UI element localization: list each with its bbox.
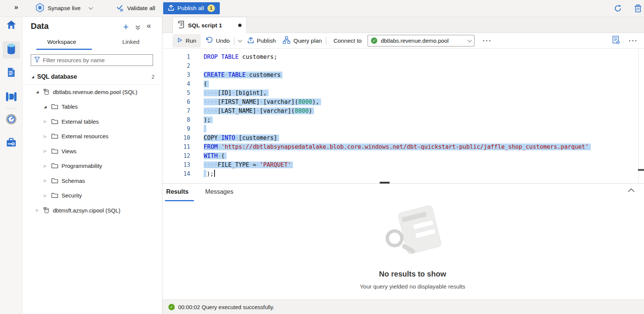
- editor-toolbar: Run Undo Publish Query plan Connect to ✓…: [162, 33, 644, 49]
- selected-text: (: [204, 81, 209, 87]
- publish-button[interactable]: Publish: [248, 37, 276, 45]
- pool-select-dropdown[interactable]: ✓ dbtlabs.revenue.demo.pool: [368, 35, 474, 46]
- nav-integrate-button[interactable]: [3, 89, 20, 106]
- tree-item-tables[interactable]: ◢Tables: [23, 99, 162, 114]
- tree-item-sql-database[interactable]: ◢SQL database2: [23, 70, 162, 85]
- code-line[interactable]: 14);: [162, 169, 644, 178]
- expand-menu-icon[interactable]: »: [14, 3, 18, 11]
- nav-home-button[interactable]: [3, 17, 20, 34]
- sql-script-icon: [178, 21, 184, 30]
- folder-icon: [51, 148, 58, 154]
- code-line[interactable]: 5····[ID]·[bigint],: [162, 88, 644, 97]
- code-line[interactable]: 2: [162, 61, 644, 70]
- editor-more-actions-icon[interactable]: ···: [629, 37, 638, 45]
- filter-resources-input[interactable]: [43, 57, 150, 63]
- selected-text: ····[LAST_NAME]·[varchar](8000): [204, 108, 314, 114]
- tab-messages[interactable]: Messages: [205, 188, 233, 195]
- nav-develop-button[interactable]: [3, 64, 20, 82]
- document-icon: [7, 67, 16, 79]
- editor-scrollbar[interactable]: [638, 49, 639, 183]
- active-tab-underline: [165, 200, 194, 201]
- chevron-collapsed-icon[interactable]: ▷: [44, 179, 50, 182]
- undo-label: Undo: [216, 37, 230, 44]
- code-line[interactable]: 9: [162, 124, 644, 133]
- environment-switcher[interactable]: Synapse live: [36, 0, 92, 16]
- run-button[interactable]: Run: [173, 34, 201, 48]
- upload-icon: [168, 4, 174, 12]
- tree-item-views[interactable]: ▷Views: [23, 144, 162, 159]
- filter-resources-box[interactable]: [31, 54, 153, 66]
- run-label: Run: [186, 37, 196, 44]
- left-nav-rail: [0, 17, 23, 314]
- undo-button[interactable]: Undo: [206, 37, 230, 45]
- validate-all-button[interactable]: Validate all: [116, 0, 155, 16]
- tab-workspace[interactable]: Workspace: [47, 39, 76, 45]
- query-plan-button[interactable]: Query plan: [283, 36, 322, 45]
- home-icon: [6, 20, 17, 31]
- chevron-collapsed-icon[interactable]: ▷: [44, 149, 50, 153]
- collapse-panel-icon[interactable]: «: [147, 21, 151, 30]
- empty-results-title: No results to show: [317, 270, 508, 278]
- tree-item-programmability[interactable]: ▷Programmability: [23, 158, 162, 173]
- editor-scrollbar-thumb[interactable]: [638, 169, 644, 171]
- line-number: 6: [162, 97, 190, 106]
- collapse-results-icon[interactable]: [627, 187, 635, 194]
- selected-text: FROM·'https://dbtlabsynapsedatalake.blob…: [204, 144, 591, 150]
- refresh-icon[interactable]: [614, 4, 622, 14]
- tree-item-dbtlabs-revenue-demo-pool-sql[interactable]: ◢dbtlabs.revenue.demo.pool (SQL): [23, 85, 162, 100]
- tree-item-label: Security: [62, 192, 82, 199]
- tab-sql-script-1[interactable]: SQL script 1: [173, 17, 247, 33]
- tree-item-schemas[interactable]: ▷Schemas: [23, 173, 162, 188]
- chevron-collapsed-icon[interactable]: ▷: [44, 194, 50, 197]
- double-chevron-down-icon[interactable]: [135, 25, 141, 32]
- tree-item-external-resources[interactable]: ▷External resources: [23, 129, 162, 144]
- toolbar-divider: [326, 37, 326, 45]
- code-line[interactable]: 11FROM·'https://dbtlabsynapsedatalake.bl…: [162, 142, 644, 151]
- active-tab-underline: [36, 49, 92, 50]
- chevron-collapsed-icon[interactable]: ▷: [36, 208, 42, 212]
- tree-item-dbtmsft-azsyn-cipool-sql[interactable]: ▷dbtmsft.azsyn.cipool (SQL): [23, 203, 162, 218]
- code-line[interactable]: 4(: [162, 79, 644, 88]
- nav-data-button[interactable]: [3, 41, 20, 58]
- toolbox-icon: [6, 138, 17, 149]
- empty-results-subtitle: Your query yielded no displayable result…: [317, 283, 508, 290]
- chevron-collapsed-icon[interactable]: ▷: [44, 164, 50, 168]
- toolbar-more-actions-icon[interactable]: ···: [483, 37, 492, 45]
- code-line[interactable]: 1DROP TABLE customers;: [162, 52, 644, 61]
- discard-all-icon[interactable]: [634, 4, 642, 14]
- add-resource-icon[interactable]: +: [123, 21, 129, 33]
- chevron-down-icon[interactable]: [238, 38, 242, 42]
- folder-icon: [51, 104, 58, 109]
- nav-divider: [6, 108, 17, 109]
- chevron-collapsed-icon[interactable]: ▷: [44, 135, 50, 138]
- tree-item-external-tables[interactable]: ▷External tables: [23, 114, 162, 129]
- code-line[interactable]: 10COPY·INTO·[customers]: [162, 133, 644, 142]
- nav-monitor-button[interactable]: [3, 111, 20, 129]
- tree-item-count: 2: [152, 74, 162, 80]
- tree-item-security[interactable]: ▷Security: [23, 188, 162, 203]
- code-line[interactable]: 8);: [162, 115, 644, 124]
- no-results-illustration-icon: [383, 207, 443, 263]
- code-line[interactable]: 7····[LAST_NAME]·[varchar](8000): [162, 106, 644, 115]
- code-line[interactable]: 6····[FIRST_NAME]·[varchar](8000),: [162, 97, 644, 106]
- tab-linked[interactable]: Linked: [122, 39, 140, 45]
- code-line[interactable]: 3CREATE·TABLE·customers: [162, 70, 644, 79]
- chevron-collapsed-icon[interactable]: ▷: [44, 120, 50, 123]
- tree-item-label: Tables: [62, 103, 78, 110]
- script-properties-icon[interactable]: [612, 36, 620, 46]
- line-number: 13: [162, 160, 190, 169]
- chevron-expanded-icon[interactable]: ◢: [32, 75, 37, 79]
- nav-manage-button[interactable]: [3, 135, 20, 152]
- text-cursor: [214, 170, 215, 177]
- filter-funnel-icon: [34, 57, 40, 64]
- line-number: 9: [162, 124, 190, 133]
- code-line[interactable]: 12WITH·(: [162, 151, 644, 160]
- database-icon: [44, 89, 50, 95]
- tab-results[interactable]: Results: [166, 188, 189, 195]
- chevron-expanded-icon[interactable]: ◢: [36, 90, 42, 94]
- chevron-down-icon[interactable]: [89, 5, 93, 9]
- code-line[interactable]: 13····FILE_TYPE·=·'PARQUET': [162, 160, 644, 169]
- publish-all-button[interactable]: Publish all 1: [163, 2, 220, 14]
- chevron-expanded-icon[interactable]: ◢: [44, 105, 50, 109]
- unsaved-indicator: [238, 24, 242, 27]
